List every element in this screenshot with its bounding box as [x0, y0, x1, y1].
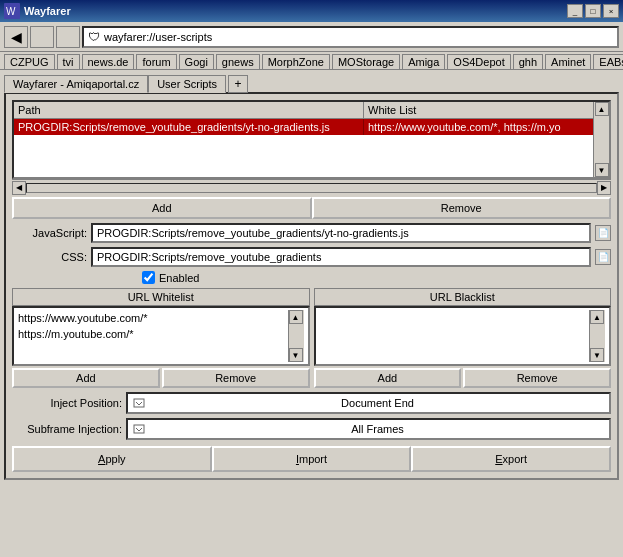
window-controls: _ □ × [567, 4, 619, 18]
inject-position-row: Inject Position: Document End [12, 392, 611, 414]
table-action-buttons: Add Remove [12, 197, 611, 219]
scroll-down-button[interactable]: ▼ [595, 163, 609, 177]
tab-bar: CZPUG tvi news.de forum Gogi gnews Morph… [0, 52, 623, 70]
inject-position-label: Inject Position: [12, 397, 122, 409]
h-scrollbar: ◀ ▶ [12, 179, 611, 195]
javascript-browse-button[interactable]: 📄 [595, 225, 611, 241]
blacklist-content: ▲ ▼ [314, 306, 612, 366]
blacklist-scroll-up[interactable]: ▲ [590, 310, 604, 324]
back-button[interactable]: ◀ [4, 26, 28, 48]
minimize-button[interactable]: _ [567, 4, 583, 18]
url-icon: 🛡 [88, 30, 100, 44]
tab-czpug[interactable]: CZPUG [4, 54, 55, 69]
whitelist-item-1[interactable]: https://m.youtube.com/* [18, 326, 288, 342]
h-scroll-left-button[interactable]: ◀ [12, 181, 26, 195]
whitelist-scrollbar: ▲ ▼ [288, 310, 304, 362]
whitelist-item-0[interactable]: https://www.youtube.com/* [18, 310, 288, 326]
tab-amiga[interactable]: Amiga [402, 54, 445, 69]
tab-os4depot[interactable]: OS4Depot [447, 54, 510, 69]
svg-text:W: W [6, 6, 16, 17]
blacklist-panel: URL Blacklist ▲ ▼ Add Remove [314, 288, 612, 388]
tab-gnews[interactable]: gnews [216, 54, 260, 69]
blacklist-scroll-track [590, 324, 604, 348]
tab-tvi[interactable]: tvi [57, 54, 80, 69]
blacklist-buttons: Add Remove [314, 368, 612, 388]
javascript-row: JavaScript: PROGDIR:Scripts/remove_youtu… [12, 223, 611, 243]
add-blacklist-button[interactable]: Add [314, 368, 462, 388]
tab-mostorage[interactable]: MOStorage [332, 54, 400, 69]
col-whitelist-header: White List [364, 102, 593, 118]
tab-aminet[interactable]: Aminet [545, 54, 591, 69]
tab-ghh[interactable]: ghh [513, 54, 543, 69]
restore-button[interactable]: □ [585, 4, 601, 18]
whitelist-buttons: Add Remove [12, 368, 310, 388]
whitelist-scroll-track [289, 324, 303, 348]
whitelist-items: https://www.youtube.com/* https://m.yout… [18, 310, 288, 362]
subframe-injection-icon [132, 422, 146, 436]
scripts-table-container: Path White List PROGDIR:Scripts/remove_y… [12, 100, 611, 179]
subframe-injection-row: Subframe Injection: All Frames [12, 418, 611, 440]
title-bar: W Wayfarer _ □ × [0, 0, 623, 22]
remove-whitelist-button[interactable]: Remove [162, 368, 310, 388]
h-scroll-right-button[interactable]: ▶ [597, 181, 611, 195]
page-tab-add-button[interactable]: + [228, 75, 248, 93]
browser-content: Wayfarer - Amiqaportal.cz User Scripts +… [0, 70, 623, 484]
scroll-up-button[interactable]: ▲ [595, 102, 609, 116]
add-script-button[interactable]: Add [12, 197, 312, 219]
tab-newsde[interactable]: news.de [82, 54, 135, 69]
svg-rect-2 [134, 399, 144, 407]
inject-position-icon [132, 396, 146, 410]
page-tab-amiqaportal[interactable]: Wayfarer - Amiqaportal.cz [4, 75, 148, 93]
nav-bar: ◀ 🛡 wayfarer://user-scripts [0, 22, 623, 52]
bottom-buttons: Apply Import Export [12, 446, 611, 472]
tab-forum[interactable]: forum [136, 54, 176, 69]
table-header: Path White List [14, 102, 593, 119]
css-label: CSS: [12, 251, 87, 263]
tab-morphzone[interactable]: MorphZone [262, 54, 330, 69]
url-lists: URL Whitelist https://www.youtube.com/* … [12, 288, 611, 388]
window-icon: W [4, 3, 20, 19]
table-row[interactable]: PROGDIR:Scripts/remove_youtube_gradients… [14, 119, 593, 135]
subframe-injection-value: All Frames [150, 423, 605, 435]
apply-button[interactable]: Apply [12, 446, 212, 472]
blacklist-scroll-down[interactable]: ▼ [590, 348, 604, 362]
window-title: Wayfarer [24, 5, 71, 17]
blacklist-header: URL Blacklist [314, 288, 612, 306]
col-path-header: Path [14, 102, 364, 118]
javascript-field[interactable]: PROGDIR:Scripts/remove_youtube_gradients… [91, 223, 591, 243]
whitelist-panel: URL Whitelist https://www.youtube.com/* … [12, 288, 310, 388]
inject-position-value: Document End [150, 397, 605, 409]
whitelist-content: https://www.youtube.com/* https://m.yout… [12, 306, 310, 366]
remove-script-button[interactable]: Remove [312, 197, 612, 219]
close-button[interactable]: × [603, 4, 619, 18]
row-whitelist: https://www.youtube.com/*, https://m.yo [364, 119, 593, 135]
enabled-label: Enabled [159, 272, 199, 284]
remove-blacklist-button[interactable]: Remove [463, 368, 611, 388]
page-tab-user-scripts[interactable]: User Scripts [148, 75, 226, 93]
scripts-table: Path White List PROGDIR:Scripts/remove_y… [14, 102, 593, 177]
enabled-row: Enabled [12, 271, 611, 284]
add-whitelist-button[interactable]: Add [12, 368, 160, 388]
url-bar[interactable]: 🛡 wayfarer://user-scripts [82, 26, 619, 48]
tab-gogi[interactable]: Gogi [179, 54, 214, 69]
enabled-checkbox[interactable] [142, 271, 155, 284]
tab-eabs[interactable]: EABs [593, 54, 623, 69]
table-scrollbar: ▲ ▼ [593, 102, 609, 177]
css-browse-button[interactable]: 📄 [595, 249, 611, 265]
subframe-injection-control[interactable]: All Frames [126, 418, 611, 440]
nav-stop-button [56, 26, 80, 48]
whitelist-scroll-up[interactable]: ▲ [289, 310, 303, 324]
javascript-label: JavaScript: [12, 227, 87, 239]
whitelist-header: URL Whitelist [12, 288, 310, 306]
whitelist-scroll-down[interactable]: ▼ [289, 348, 303, 362]
blacklist-items [320, 310, 590, 362]
inject-position-control[interactable]: Document End [126, 392, 611, 414]
svg-rect-3 [134, 425, 144, 433]
export-button[interactable]: Export [411, 446, 611, 472]
scroll-track [595, 116, 609, 163]
blacklist-scrollbar: ▲ ▼ [589, 310, 605, 362]
javascript-value: PROGDIR:Scripts/remove_youtube_gradients… [97, 227, 409, 239]
h-scroll-track [26, 183, 597, 193]
css-field[interactable]: PROGDIR:Scripts/remove_youtube_gradients [91, 247, 591, 267]
import-button[interactable]: Import [212, 446, 412, 472]
